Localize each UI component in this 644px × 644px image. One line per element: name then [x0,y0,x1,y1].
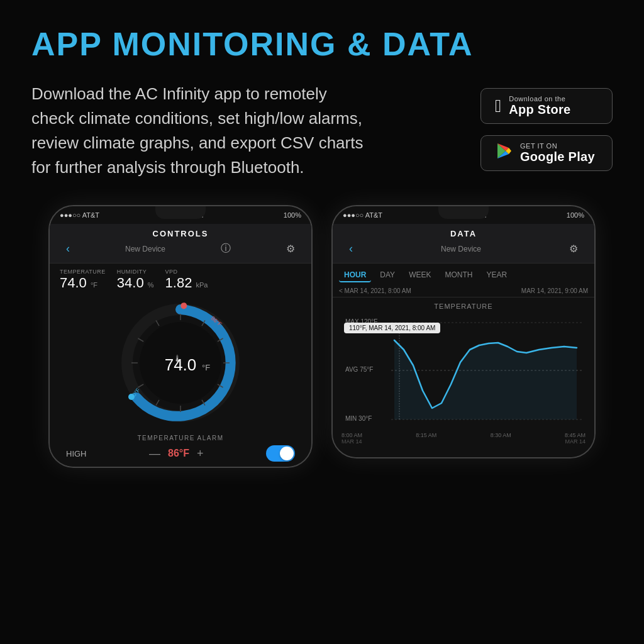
svg-line-16 [156,320,159,326]
data-screen-title: DATA [340,229,587,238]
alarm-controls: — 86°F + [149,447,203,460]
phones-section: ●●●○○ AT&T 4:48PM 100% CONTROLS ‹ New De… [31,205,613,468]
carrier-controls: ●●●○○ AT&T [60,211,99,219]
alarm-label: TEMPERATURE ALARM [60,435,301,441]
gear-icon-data[interactable]: ⚙ [569,243,578,255]
gear-icon-controls[interactable]: ⚙ [286,243,295,255]
top-section: Download the AC Infinity app to remotely… [31,82,613,180]
info-icon-controls[interactable]: ⓘ [221,242,231,255]
vpd-value: 1.82 kPa [165,275,208,291]
phone-notch-data: ●●●○○ AT&T 4:48PM 100% [333,206,594,224]
gauge-container: 🌡 74.0 °F 86°F 40°F [50,294,311,430]
controls-screen: CONTROLS ‹ New Device ⓘ ⚙ TEMPERATURE 74… [50,224,311,467]
controls-header: CONTROLS ‹ New Device ⓘ ⚙ [50,224,311,264]
carrier-data: ●●●○○ AT&T [343,211,382,219]
battery-data: 100% [567,211,584,219]
data-screen: DATA ‹ New Device ⚙ HOUR DAY WEEK MONTH … [333,224,594,457]
svg-marker-32 [394,340,577,419]
chart-x-dates: MAR 14 MAR 14 [339,438,588,445]
alarm-toggle[interactable] [266,445,295,462]
google-play-large-text: Google Play [520,150,595,164]
chart-tooltip: 110°F, MAR 14, 2021, 8:00 AM [344,323,440,333]
phone-notch-controls: ●●●○○ AT&T 4:48PM 100% [50,206,311,224]
vpd-sensor: VPD 1.82 kPa [165,269,208,291]
app-store-small-text: Download on the [509,95,570,103]
google-play-small-text: GET IT ON [520,142,595,150]
tab-hour[interactable]: HOUR [339,269,371,282]
app-store-button[interactable]:  Download on the App Store [480,88,613,124]
alarm-value: 86°F [168,448,189,459]
tab-year[interactable]: YEAR [481,269,512,282]
svg-line-12 [156,400,159,406]
humidity-label: HUMIDITY [117,269,154,275]
back-icon-controls[interactable]: ‹ [66,242,70,255]
data-tabs: HOUR DAY WEEK MONTH YEAR [333,264,594,285]
tab-day[interactable]: DAY [375,269,400,282]
battery-controls: 100% [284,211,301,219]
tab-month[interactable]: MONTH [440,269,477,282]
google-play-icon [495,142,513,164]
vpd-label: VPD [165,269,208,275]
alarm-row: HIGH — 86°F + [60,445,301,462]
humidity-value: 34.0 % [117,275,154,291]
google-play-button[interactable]: GET IT ON Google Play [480,135,613,171]
back-icon-data[interactable]: ‹ [349,242,353,255]
svg-line-15 [138,338,143,341]
sensor-row: TEMPERATURE 74.0 °F HUMIDITY 34.0 % VPD … [50,264,311,294]
x-date-4: MAR 14 [565,438,586,445]
controls-nav: ‹ New Device ⓘ ⚙ [57,238,304,259]
controls-device-name: New Device [125,245,165,253]
date-range-right: MAR 14, 2021, 9:00 AM [521,287,588,294]
svg-text:74.0: 74.0 [165,355,197,374]
google-play-text: GET IT ON Google Play [520,142,595,164]
temp-value: 74.0 °F [60,275,106,291]
svg-text:AVG 75°F: AVG 75°F [345,366,373,373]
svg-text:°F: °F [202,363,210,372]
svg-text:MIN 30°F: MIN 30°F [345,415,372,422]
app-store-text: Download on the App Store [509,95,570,117]
alarm-minus-button[interactable]: — [149,447,160,460]
chart-x-labels: 8:00 AM 8:15 AM 8:30 AM 8:45 AM [339,431,588,438]
notch-bump-data [438,206,489,219]
data-phone: ●●●○○ AT&T 4:48PM 100% DATA ‹ New Device… [331,205,596,458]
x-label-3: 8:30 AM [491,432,511,438]
apple-icon:  [495,96,501,116]
chart-area: 110°F, MAR 14, 2021, 8:00 AM MAX 120°F A… [333,313,594,457]
alarm-plus-button[interactable]: + [197,447,204,460]
page-title: APP MONITORING & DATA [31,25,613,63]
x-date-1: MAR 14 [341,438,362,445]
description-text: Download the AC Infinity app to remotely… [31,82,371,180]
notch-bump-controls [155,206,206,219]
store-buttons:  Download on the App Store GE [480,88,613,171]
alarm-type: HIGH [66,449,87,458]
tab-week[interactable]: WEEK [404,269,436,282]
date-range-row: < MAR 14, 2021, 8:00 AM MAR 14, 2021, 9:… [333,285,594,297]
temp-label: TEMPERATURE [60,269,106,275]
x-label-2: 8:15 AM [416,432,436,438]
date-range-left: < MAR 14, 2021, 8:00 AM [339,287,411,294]
data-device-name: New Device [441,245,481,253]
gauge-svg: 🌡 74.0 °F 86°F 40°F [118,300,243,426]
data-header: DATA ‹ New Device ⚙ [333,224,594,264]
app-store-large-text: App Store [509,103,570,117]
x-label-4: 8:45 AM [565,432,586,438]
alarm-section: TEMPERATURE ALARM HIGH — 86°F + [50,430,311,467]
chart-title: TEMPERATURE [333,297,594,313]
page-wrapper: APP MONITORING & DATA Download the AC In… [0,0,644,644]
x-label-1: 8:00 AM [341,432,362,438]
data-nav: ‹ New Device ⚙ [340,238,587,259]
controls-screen-title: CONTROLS [57,229,304,238]
temp-sensor: TEMPERATURE 74.0 °F [60,269,106,291]
humidity-sensor: HUMIDITY 34.0 % [117,269,154,291]
svg-line-13 [138,384,143,387]
controls-phone: ●●●○○ AT&T 4:48PM 100% CONTROLS ‹ New De… [48,205,313,468]
